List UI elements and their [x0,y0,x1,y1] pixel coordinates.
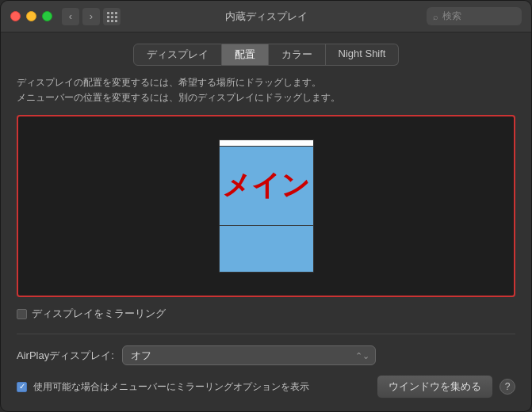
close-button[interactable] [10,11,21,21]
grid-icon [107,12,117,21]
divider [17,334,515,334]
forward-button[interactable]: › [82,8,100,25]
search-placeholder: 検索 [442,10,461,23]
mirror-row: ディスプレイをミラーリング [17,307,515,321]
content: ディスプレイ 配置 カラー Night Shift ディスプレイの配置を変更する… [1,32,531,411]
description-line2: メニューバーの位置を変更するには、別のディスプレイにドラッグします。 [17,90,515,105]
menubar-mirror-label: 使用可能な場合はメニューバーにミラーリングオプションを表示 [33,380,370,394]
monitor-bottom [219,225,314,273]
traffic-lights [10,11,52,21]
search-icon: ⌕ [433,12,438,21]
display-canvas[interactable]: メイン [17,115,515,297]
mirror-label: ディスプレイをミラーリング [32,307,166,321]
airplay-select-wrapper: オフ オン ⌃⌄ [122,345,376,365]
checkmark-icon: ✓ [19,383,25,391]
display-monitor[interactable]: メイン [219,139,314,273]
airplay-label: AirPlayディスプレイ: [17,349,114,363]
monitor-menubar [219,139,314,146]
monitor-main[interactable]: メイン [219,146,314,225]
maximize-button[interactable] [42,11,52,21]
minimize-button[interactable] [26,11,36,21]
collect-windows-button[interactable]: ウインドウを集める [377,375,493,399]
tab-bar: ディスプレイ 配置 カラー Night Shift [17,32,515,75]
tab-color[interactable]: カラー [269,44,326,66]
titlebar: ‹ › 内蔵ディスプレイ ⌕ 検索 [1,1,531,32]
mirror-checkbox[interactable] [17,309,27,319]
search-bar[interactable]: ⌕ 検索 [427,7,522,25]
description: ディスプレイの配置を変更するには、希望する場所にドラッグします。 メニューバーの… [17,75,515,105]
menubar-mirror-checkbox[interactable]: ✓ [17,382,27,392]
nav-buttons: ‹ › [62,8,100,25]
window-title: 内蔵ディスプレイ [225,10,308,24]
airplay-select[interactable]: オフ オン [122,345,376,365]
back-button[interactable]: ‹ [62,8,79,25]
monitor-label: メイン [222,166,310,205]
window: ‹ › 内蔵ディスプレイ ⌕ 検索 ディスプレイ 配置 カラー Night Sh… [0,0,532,412]
tab-nightshift[interactable]: Night Shift [326,44,400,66]
airplay-row: AirPlayディスプレイ: オフ オン ⌃⌄ [17,345,515,365]
tab-arrangement[interactable]: 配置 [222,44,269,66]
grid-button[interactable] [103,8,121,25]
bottom-row: ✓ 使用可能な場合はメニューバーにミラーリングオプションを表示 ウインドウを集め… [17,375,515,399]
description-line1: ディスプレイの配置を変更するには、希望する場所にドラッグします。 [17,75,515,90]
help-button[interactable]: ? [499,379,515,395]
tab-display[interactable]: ディスプレイ [133,44,222,66]
